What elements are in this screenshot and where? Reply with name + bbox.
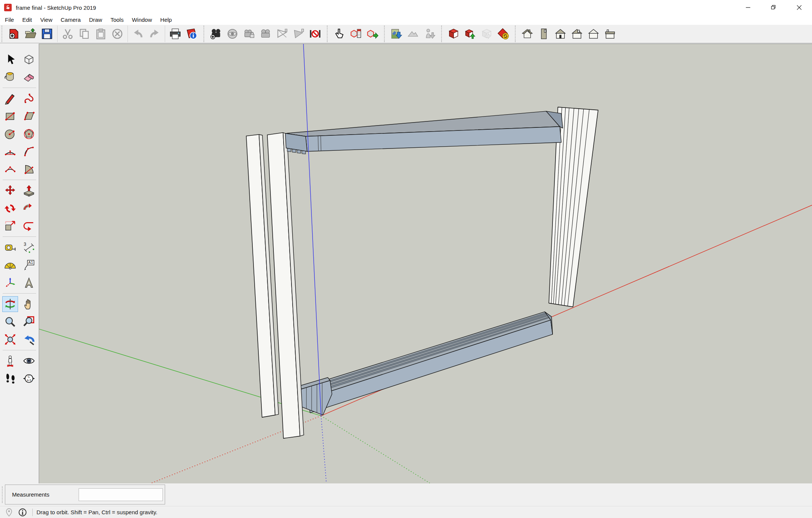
- restore-button[interactable]: [761, 0, 786, 15]
- polygon-tool-button[interactable]: [21, 126, 37, 142]
- push-pull-tool-button[interactable]: [21, 183, 37, 198]
- measurements-input[interactable]: [79, 488, 163, 501]
- window-controls: [735, 0, 812, 15]
- win-close-icon: [795, 4, 803, 11]
- sb-info-icon: [18, 508, 27, 517]
- two-point-arc-tool-button[interactable]: [2, 144, 18, 159]
- previous-view-tool-button[interactable]: [21, 332, 37, 347]
- open-button[interactable]: [22, 26, 39, 42]
- section-plane-tool-button[interactable]: CA-5: [21, 371, 37, 386]
- interact-button[interactable]: [331, 26, 348, 42]
- move-tool-button[interactable]: [2, 183, 18, 198]
- zoom-window-tool-button[interactable]: [21, 314, 37, 330]
- circle-icon: [4, 128, 16, 140]
- walk-tool-button[interactable]: [2, 371, 18, 386]
- print-button[interactable]: [167, 26, 184, 42]
- 3d-text-tool-button[interactable]: [21, 275, 37, 291]
- menu-help[interactable]: Help: [156, 15, 176, 25]
- add-location-button[interactable]: [388, 26, 405, 42]
- zoom-extents-tool-button[interactable]: [2, 332, 18, 347]
- rectangle-tool-button[interactable]: [2, 108, 18, 124]
- menu-edit[interactable]: Edit: [18, 15, 36, 25]
- look-around-tool-button[interactable]: [21, 353, 37, 369]
- lock-camera-button[interactable]: [241, 26, 257, 42]
- share-component-button[interactable]: [462, 26, 478, 42]
- new-button[interactable]: [6, 26, 22, 42]
- palette-separator: [3, 350, 36, 350]
- finger-joint-tooth: [287, 148, 291, 152]
- position-camera-tool-button[interactable]: [2, 353, 18, 369]
- freehand-tool-button[interactable]: [21, 91, 37, 106]
- redo-button[interactable]: [146, 26, 163, 42]
- view-right-icon: [571, 28, 583, 40]
- rotated-rectangle-tool-button[interactable]: [21, 108, 37, 124]
- zoom-tool-button[interactable]: [2, 314, 18, 330]
- edit-camera-button[interactable]: [257, 26, 274, 42]
- select-tool-button[interactable]: [2, 51, 18, 67]
- show-frustum-volume-button[interactable]: [290, 26, 307, 42]
- axes-tool-button[interactable]: [2, 275, 18, 291]
- menu-file[interactable]: File: [1, 15, 18, 25]
- top-view-button[interactable]: [536, 26, 552, 42]
- cut-button[interactable]: [59, 26, 76, 42]
- menu-camera[interactable]: Camera: [56, 15, 85, 25]
- paint-bucket-tool-button[interactable]: [2, 69, 18, 85]
- pan-tool-button[interactable]: [21, 296, 37, 312]
- paste-button[interactable]: [93, 26, 109, 42]
- iso-view-button[interactable]: [519, 26, 536, 42]
- make-component-tool-button[interactable]: [21, 51, 37, 67]
- geolocation-icon[interactable]: [5, 508, 14, 517]
- protractor-tool-button[interactable]: [2, 257, 18, 273]
- rotate-tool-button[interactable]: [2, 200, 18, 216]
- turn-off-camera-button[interactable]: [307, 26, 323, 42]
- menu-tools[interactable]: Tools: [106, 15, 128, 25]
- back-view-button[interactable]: [585, 26, 602, 42]
- model-info-button[interactable]: [184, 26, 200, 42]
- show-frustum-lines-button[interactable]: [274, 26, 290, 42]
- tray-grip[interactable]: [2, 486, 3, 503]
- arc-tool-button[interactable]: [21, 144, 37, 159]
- menu-window[interactable]: Window: [128, 15, 156, 25]
- view-left-icon: [604, 28, 616, 40]
- erase-button[interactable]: [109, 26, 126, 42]
- copy-button[interactable]: [76, 26, 93, 42]
- eraser-tool-button[interactable]: [21, 69, 37, 85]
- offset-tool-button[interactable]: [21, 218, 37, 234]
- toggle-terrain-button[interactable]: [405, 26, 421, 42]
- menu-draw[interactable]: Draw: [85, 15, 106, 25]
- text-tool-button[interactable]: A1: [21, 257, 37, 273]
- minimize-button[interactable]: [735, 0, 761, 15]
- extension-warehouse-button[interactable]: [495, 26, 511, 42]
- photo-textures-button[interactable]: [421, 26, 438, 42]
- look-through-camera-button[interactable]: [224, 26, 241, 42]
- text-icon: A1: [23, 259, 35, 271]
- circle-tool-button[interactable]: [2, 126, 18, 142]
- undo-icon: [132, 28, 144, 40]
- dimension-tool-button[interactable]: 3: [21, 239, 37, 255]
- tape-measure-tool-button[interactable]: [2, 239, 18, 255]
- undo-button[interactable]: [130, 26, 146, 42]
- create-camera-button[interactable]: [208, 26, 224, 42]
- line-tool-button[interactable]: [2, 91, 18, 106]
- save-button[interactable]: [39, 26, 55, 42]
- front-view-button[interactable]: [552, 26, 569, 42]
- follow-me-tool-button[interactable]: [21, 200, 37, 216]
- right-view-button[interactable]: [569, 26, 585, 42]
- scale-tool-button[interactable]: [2, 218, 18, 234]
- three-point-arc-tool-button[interactable]: [2, 161, 18, 177]
- credits-info-icon[interactable]: [18, 508, 27, 517]
- menu-view[interactable]: View: [36, 15, 56, 25]
- model-viewport[interactable]: [39, 44, 812, 483]
- blue-axis-dotted: [321, 416, 326, 483]
- toolbar-group: [515, 26, 620, 42]
- pie-tool-button[interactable]: [21, 161, 37, 177]
- component-attributes-button[interactable]: [364, 26, 381, 42]
- component-options-button[interactable]: [348, 26, 364, 42]
- orbit-tool-button[interactable]: [2, 296, 18, 312]
- close-button[interactable]: [786, 0, 812, 15]
- share-model-button[interactable]: [445, 26, 462, 42]
- look-through-camera-icon: [226, 28, 238, 40]
- left-view-button[interactable]: [602, 26, 618, 42]
- get-models-button[interactable]: [478, 26, 495, 42]
- rectangle-icon: [4, 110, 16, 122]
